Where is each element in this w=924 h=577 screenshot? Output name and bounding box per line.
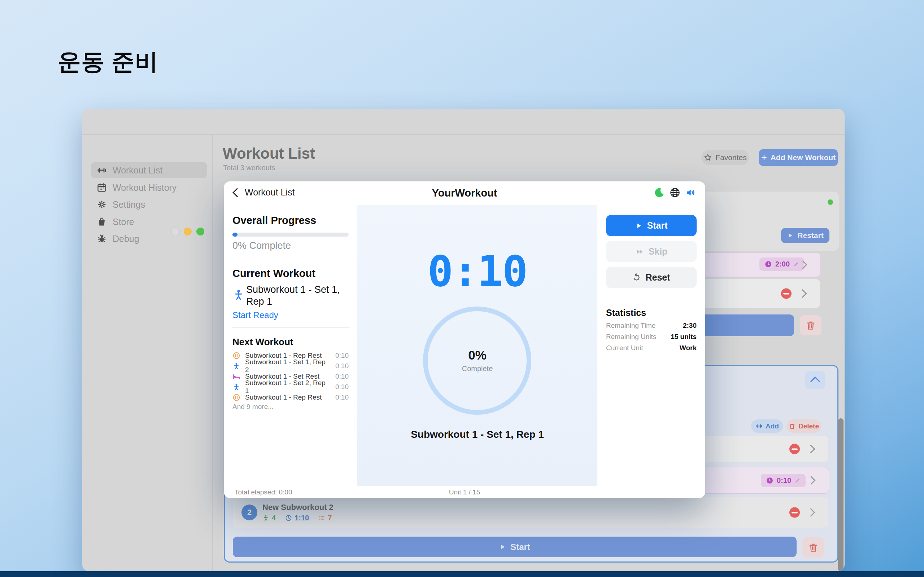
plus-icon: + (761, 153, 767, 163)
sidebar-item-debug[interactable]: Debug (97, 231, 205, 247)
next-workout-heading: Next Workout (233, 337, 294, 348)
total-elapsed-label: Total elapsed: 0:00 (234, 488, 292, 496)
dialog-body: Overall Progress 0% Complete Current Wor… (224, 205, 705, 486)
collapse-button[interactable] (805, 371, 825, 389)
remove-icon[interactable] (781, 288, 792, 299)
sidebar-item-label: Settings (113, 200, 145, 210)
next-workout-time: 0:10 (335, 372, 349, 380)
dialog-footer: Total elapsed: 0:00 Unit 1 / 15 (224, 486, 705, 498)
active-status-dot (828, 200, 833, 205)
window-titlebar[interactable]: WorkoutTimerPro Max (82, 109, 845, 134)
delete-button[interactable] (802, 537, 824, 558)
overall-progress-heading: Overall Progress (233, 214, 316, 226)
duration-badge[interactable]: 0:10 (761, 474, 806, 487)
sound-speaker-icon[interactable] (685, 187, 696, 198)
sidebar-item-store[interactable]: Store (97, 214, 205, 230)
progress-panel: Overall Progress 0% Complete Current Wor… (224, 205, 358, 486)
sidebar-item-workout-list[interactable]: Workout List (97, 162, 205, 178)
remove-icon[interactable] (789, 444, 800, 455)
delete-button[interactable] (800, 315, 822, 335)
favorites-label: Favorites (716, 153, 746, 162)
person-icon (262, 515, 269, 521)
restart-button[interactable]: Restart (781, 228, 829, 243)
briefcase-icon (97, 217, 107, 227)
stat-label: Remaining Units (606, 333, 656, 341)
sidebar-item-label: Workout History (113, 182, 176, 193)
stat-row: Remaining Units 15 units (606, 331, 696, 342)
next-workout-label: Subworkout 1 - Rep Rest (245, 393, 331, 401)
person-icon (233, 289, 245, 301)
add-new-workout-button[interactable]: + Add New Workout (759, 149, 838, 166)
play-icon (787, 232, 793, 239)
controls-panel: Start Skip Reset Statistics Remaining Ti… (597, 205, 705, 486)
header-divider (213, 176, 845, 176)
page-title: Workout List (223, 145, 315, 162)
unit-progress-label: Unit 1 / 15 (449, 488, 480, 496)
sidebar: Workout List Workout History Settings St… (82, 134, 213, 571)
statistics-rows: Remaining Time 2:30 Remaining Units 15 u… (606, 320, 696, 353)
row-controls (800, 262, 806, 268)
person-icon (233, 383, 241, 391)
scrollbar[interactable] (838, 418, 843, 571)
skip-forward-icon (635, 247, 644, 256)
back-button[interactable]: Workout List (234, 187, 294, 198)
star-icon (703, 153, 712, 162)
sidebar-item-workout-history[interactable]: Workout History (97, 180, 205, 195)
background-bottom-strip (0, 571, 924, 577)
dialog-title: YourWorkout (432, 187, 498, 199)
start-button[interactable]: Start (606, 215, 696, 236)
favorites-button[interactable]: Favorites (701, 150, 749, 165)
duration-badge[interactable]: 2:00 (759, 258, 804, 271)
dialog-header-icons (654, 187, 696, 198)
add-new-workout-label: Add New Workout (771, 153, 835, 162)
pencil-icon (793, 261, 799, 267)
dumbbell-icon (755, 422, 762, 430)
dark-mode-moon-icon[interactable] (654, 187, 665, 198)
next-workout-label: Subworkout 1 - Set 1, Rep 2 (245, 358, 331, 374)
units-value: 7 (328, 514, 332, 522)
pause-circle-icon (233, 393, 241, 401)
restart-label: Restart (797, 231, 823, 240)
trash-icon (789, 423, 795, 429)
bed-icon (233, 372, 241, 380)
skip-button[interactable]: Skip (606, 241, 696, 262)
subworkout-stats: 4 1:10 7 (262, 514, 332, 522)
language-globe-icon[interactable] (670, 187, 680, 198)
add-subworkout-button[interactable]: Add (751, 419, 783, 433)
pause-circle-icon (233, 351, 241, 359)
divider (233, 327, 349, 328)
duration-value: 0:10 (777, 476, 791, 485)
duration-value: 1:10 (294, 514, 309, 522)
subworkout-row[interactable]: 2 New Subworkout 2 4 1:10 7 (233, 497, 828, 528)
back-label: Workout List (245, 187, 294, 198)
next-workout-label: Subworkout 1 - Set 2, Rep 1 (245, 379, 331, 395)
delete-subworkout-button[interactable]: Delete (787, 419, 821, 433)
add-label: Add (766, 422, 779, 430)
clock-icon (766, 477, 774, 484)
workout-timer-dialog: Workout List YourWorkout Overall Progres… (224, 181, 705, 498)
sidebar-item-label: Store (113, 217, 134, 227)
chevron-right-icon[interactable] (806, 508, 815, 517)
sidebar-item-label: Debug (113, 234, 139, 244)
overall-progress-bar (233, 233, 349, 237)
row-controls (789, 508, 814, 518)
dumbbell-icon (97, 165, 107, 175)
next-workout-time: 0:10 (335, 383, 349, 391)
start-label: Start (510, 542, 530, 552)
stat-row: Remaining Time 2:30 (606, 320, 696, 331)
sidebar-item-settings[interactable]: Settings (97, 197, 205, 213)
reset-button[interactable]: Reset (606, 267, 696, 288)
start-ready-status[interactable]: Start Ready (233, 310, 278, 320)
reset-label: Reset (645, 272, 670, 283)
start-workout-button[interactable]: Start (233, 537, 796, 557)
dialog-header: Workout List YourWorkout (224, 181, 705, 206)
remove-icon[interactable] (789, 508, 800, 518)
chevron-right-icon[interactable] (806, 445, 815, 453)
next-workout-item: Subworkout 1 - Set 2, Rep 1 0:10 (233, 382, 349, 392)
chevron-right-icon[interactable] (798, 289, 807, 298)
next-workout-time: 0:10 (335, 351, 349, 359)
chevron-right-icon[interactable] (798, 260, 807, 269)
chevron-right-icon[interactable] (807, 476, 815, 485)
current-unit-name: Subworkout 1 - Set 1, Rep 1 (357, 429, 597, 440)
chevron-up-icon (810, 377, 820, 386)
